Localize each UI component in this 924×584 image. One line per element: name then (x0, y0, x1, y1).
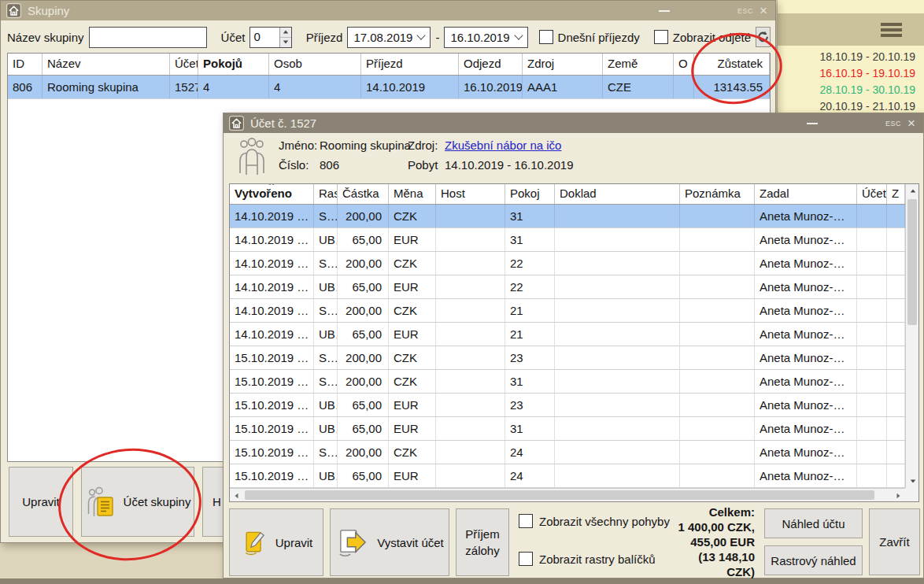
sort-asc-icon (269, 184, 274, 189)
column-header-castka[interactable]: Částka (338, 184, 389, 204)
issue-invoice-button[interactable]: Vystavit účet (330, 508, 449, 576)
column-header-ucet[interactable]: Účet (857, 184, 887, 204)
groups-window-title: Skupiny (28, 4, 69, 17)
edit-movement-button[interactable]: Upravit (229, 508, 323, 576)
close-icon[interactable] (760, 4, 767, 17)
scroll-down-button[interactable] (906, 475, 919, 488)
spinner-buttons (279, 28, 291, 47)
groups-filterbar: Název skupiny Účet 0 Příjezd 17.08.2019 … (7, 25, 771, 49)
account-number-spinner[interactable]: 0 (249, 27, 291, 48)
total-line: 455,00 EUR (625, 534, 755, 549)
column-header-nazev[interactable]: Název (43, 54, 170, 75)
account-table-body: 14.10.2019 …S…200,00 CZK31 Aneta Munoz-…… (230, 205, 918, 488)
movement-row[interactable]: 15.10.2019 …S…200,00 CZK24 Aneta Munoz-… (230, 441, 905, 464)
stay-label: Pobyt (408, 158, 438, 172)
vertical-scroll-thumb[interactable] (907, 199, 917, 325)
account-table-header: Vytvořeno Rast Částka Měna Host Pokoj Do… (230, 184, 905, 205)
column-header-odjezd[interactable]: Odjezd (459, 54, 523, 75)
minimize-button[interactable] (659, 10, 670, 12)
app-house-icon (6, 3, 21, 18)
app-house-icon (229, 116, 244, 131)
group-account-button[interactable]: Účet skupiny (81, 467, 194, 537)
movement-row[interactable]: 14.10.2019 …UB…65,00 EUR31 Aneta Munoz-… (230, 228, 905, 252)
movement-row[interactable]: 14.10.2019 …S…200,00 CZK31 Aneta Munoz-… (230, 205, 905, 228)
column-header-ucet[interactable]: Účet (170, 54, 198, 75)
refresh-button[interactable] (756, 27, 771, 47)
sort-asc-icon (104, 54, 108, 58)
column-header-id[interactable]: ID (8, 54, 43, 75)
edit-group-label: Upravit (22, 495, 60, 508)
show-departed-checkbox[interactable] (654, 30, 668, 44)
date-to-select[interactable]: 16.10.2019 (444, 27, 527, 48)
date-range-item[interactable]: 18.10.19 - 20.10.19 (820, 49, 915, 65)
column-header-z[interactable]: Z (887, 184, 905, 204)
column-header-vytvoreno[interactable]: Vytvořeno (230, 184, 314, 204)
edit-icon (240, 527, 268, 557)
movement-row[interactable]: 15.10.2019 …UB…65,00 EUR31 Aneta Munoz-… (230, 417, 905, 441)
column-header-mena[interactable]: Měna (389, 184, 436, 204)
today-arrivals-label[interactable]: Dnešní příjezdy (558, 31, 640, 44)
movement-row[interactable]: 15.10.2019 …S…200,00 CZK31 Aneta Munoz-… (230, 370, 905, 394)
spin-up-button[interactable] (280, 28, 291, 38)
esc-label: ESC (885, 120, 901, 128)
column-header-pokoj[interactable]: Pokoj (505, 184, 555, 204)
column-header-doklad[interactable]: Doklad (555, 184, 680, 204)
account-window-title: Účet č. 1527 (250, 116, 316, 130)
date-range-list: 18.10.19 - 20.10.19 16.10.19 - 19.10.19 … (820, 49, 915, 115)
movement-row[interactable]: 15.10.2019 …UB…65,00 EUR23 Aneta Munoz-… (230, 394, 905, 417)
account-number-value: 0 (250, 28, 279, 47)
chevron-down-icon (514, 31, 523, 39)
movement-row[interactable]: 14.10.2019 …S…200,00 CZK22 Aneta Munoz-… (230, 252, 905, 275)
group-row[interactable]: 806Rooming skupina1527 4414.10.2019 16.1… (8, 76, 770, 99)
column-header-pokoju[interactable]: Pokojů (198, 54, 269, 75)
arrival-label: Příjezd (306, 31, 343, 44)
column-header-prijezd[interactable]: Příjezd (361, 54, 459, 75)
movement-row[interactable]: 14.10.2019 …UB…65,00 EUR22 Aneta Munoz-… (230, 275, 905, 299)
minimize-button[interactable] (807, 123, 818, 124)
esc-label: ESC (737, 7, 753, 15)
column-header-zeme[interactable]: Země (603, 54, 674, 75)
column-header-rastr[interactable]: Rast (314, 184, 338, 204)
column-header-zdroj[interactable]: Zdroj (523, 54, 603, 75)
movement-row[interactable]: 14.10.2019 …S…200,00 CZK21 Aneta Munoz-… (230, 299, 905, 323)
column-header-host[interactable]: Host (436, 184, 505, 204)
vertical-scrollbar[interactable] (905, 184, 918, 488)
raster-preview-button[interactable]: Rastrový náhled (764, 545, 863, 575)
groups-titlebar[interactable]: Skupiny ESC (1, 1, 775, 20)
app-bottom-edge (0, 578, 924, 584)
scroll-left-button[interactable] (230, 489, 243, 502)
menu-icon[interactable] (881, 23, 902, 37)
date-separator: - (435, 31, 439, 44)
date-range-item[interactable]: 28.10.19 - 30.10.19 (820, 82, 915, 98)
date-from-select[interactable]: 17.08.2019 (347, 27, 431, 48)
edit-group-button[interactable]: Upravit (9, 467, 73, 537)
today-arrivals-checkbox[interactable] (539, 30, 553, 44)
horizontal-scrollbar[interactable] (230, 488, 905, 501)
show-package-rasters-checkbox[interactable] (519, 552, 533, 566)
column-header-zustatek[interactable]: Zůstatek (694, 54, 770, 75)
show-all-movements-checkbox[interactable] (519, 514, 533, 528)
spin-down-button[interactable] (280, 38, 291, 47)
group-name-input[interactable] (89, 27, 207, 48)
close-icon[interactable] (907, 116, 915, 130)
column-header-osob[interactable]: Osob (269, 54, 361, 75)
invoice-preview-button[interactable]: Náhled účtu (764, 508, 863, 538)
scrollbar-corner (905, 488, 918, 501)
date-range-item[interactable]: 16.10.19 - 19.10.19 (820, 65, 915, 82)
movement-row[interactable]: 15.10.2019 …UB…65,00 EUR24 Aneta Munoz-… (230, 464, 905, 488)
total-label: Celkem: (625, 505, 755, 519)
deposit-button[interactable]: Příjem zálohy (456, 508, 509, 576)
column-header-poznamka[interactable]: Poznámka (680, 184, 755, 204)
account-titlebar[interactable]: Účet č. 1527 ESC (224, 113, 923, 133)
source-link[interactable]: Zkušební nábor na ičo (445, 139, 561, 152)
scroll-up-button[interactable] (906, 184, 919, 198)
movement-row[interactable]: 14.10.2019 …UB…65,00 EUR21 Aneta Munoz-… (230, 323, 905, 346)
chevron-down-icon (417, 31, 426, 39)
column-header-zadal[interactable]: Zadal (755, 184, 857, 204)
column-header-o[interactable]: O (674, 54, 694, 75)
horizontal-scroll-thumb[interactable] (245, 490, 874, 500)
show-departed-label[interactable]: Zobrazit odjeté (673, 31, 751, 44)
movement-row[interactable]: 15.10.2019 …S…200,00 CZK23 Aneta Munoz-… (230, 346, 905, 370)
scroll-right-button[interactable] (892, 489, 905, 502)
close-window-button[interactable]: Zavřít (869, 508, 920, 575)
